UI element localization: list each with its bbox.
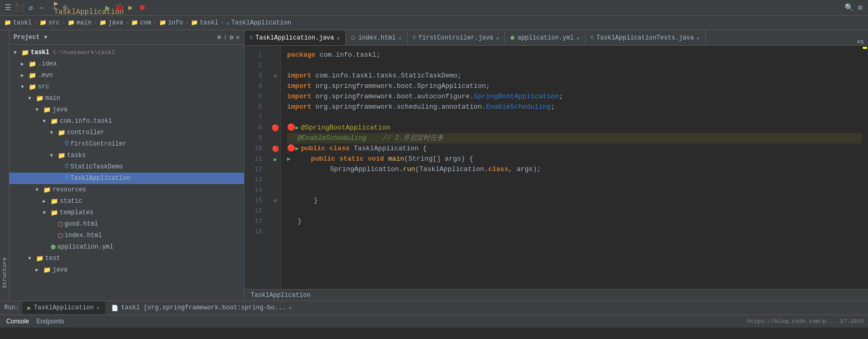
close-panel-icon[interactable]: ✕ xyxy=(236,33,240,42)
arrow-icon: ▼ xyxy=(14,50,20,56)
code-content[interactable]: package com.info.taskl; import com.info.… xyxy=(281,46,862,289)
tree-item-appyaml[interactable]: ⬟ application.yml xyxy=(9,241,244,253)
arrow-icon: ▶ xyxy=(43,198,49,204)
breadcrumb-com[interactable]: 📁 com xyxy=(131,19,151,27)
tree-item-src[interactable]: ▼ 📁 src xyxy=(9,81,244,93)
build-icon[interactable]: ⬛ xyxy=(15,3,24,12)
run-config-icon[interactable]: ▶ TasklApplication xyxy=(84,3,94,12)
tab-close-icon[interactable]: ✕ xyxy=(576,35,580,42)
tree-item-good-html[interactable]: ⬡ good.html xyxy=(9,218,244,230)
tree-item-taskl-root[interactable]: ▼ 📁 taskl C:\huakework\taskl xyxy=(9,47,244,58)
tree-item-static[interactable]: ▶ 📁 static xyxy=(9,195,244,207)
run-tab-close-icon[interactable]: ✕ xyxy=(96,305,100,311)
run-gutter-8[interactable]: 🔴 xyxy=(270,123,280,133)
tree-item-main[interactable]: ▼ 📁 main xyxy=(9,93,244,104)
tree-item-tasklapplication[interactable]: © TasklApplication xyxy=(9,173,244,184)
run-tab-tasklapplication[interactable]: ▶ TasklApplication ✕ xyxy=(22,302,105,314)
code-line-15: } xyxy=(287,195,862,206)
tree-item-templates[interactable]: ▼ 📁 templates xyxy=(9,207,244,218)
java-file-icon: ☕ xyxy=(226,19,230,26)
settings-action-icon[interactable]: ⚙ xyxy=(229,33,234,42)
tab-close-icon[interactable]: ✕ xyxy=(496,35,500,42)
arrow-icon: ▼ xyxy=(28,96,34,101)
tab-firstcontroller-java[interactable]: © firstController.java ✕ xyxy=(408,31,506,45)
console-button[interactable]: Console xyxy=(4,318,31,325)
structure-tab[interactable]: Structure xyxy=(1,255,9,290)
run-tab-taskl-spring[interactable]: 📄 taskl [org.springframework.boot:spring… xyxy=(106,302,297,314)
code-line-17: } xyxy=(287,216,862,227)
search-everywhere-icon[interactable]: 🔍 xyxy=(844,3,853,12)
tree-item-resources[interactable]: ▼ 📁 resources xyxy=(9,184,244,195)
run-gutter-10[interactable]: 🔴 xyxy=(270,144,280,154)
tab-close-icon[interactable]: ✕ xyxy=(336,35,340,42)
folder-icon: 📁 xyxy=(43,186,51,194)
settings-icon[interactable]: ⚙ xyxy=(856,3,865,12)
run-icon-bar: Run: xyxy=(2,304,21,311)
folder-icon: 📁 xyxy=(50,118,58,125)
menu-icon[interactable]: ☰ xyxy=(3,3,12,12)
back-icon[interactable]: ← xyxy=(37,3,47,12)
tree-item-java[interactable]: ▼ 📁 java xyxy=(9,104,244,115)
tree-item-com-info-taskl[interactable]: ▼ 📁 com.info.taskl xyxy=(9,115,244,127)
tab-tasklapptests-java[interactable]: © TasklApplicationTests.java ✕ xyxy=(586,31,706,45)
coverage-icon[interactable]: ▶ xyxy=(126,3,135,12)
breadcrumb-taskl2[interactable]: 📁 taskl xyxy=(191,19,218,27)
gutter: ⊖ 🔴 🔴 ▶ ⊖ xyxy=(270,46,281,289)
editor-area: © TasklApplication.java ✕ ⬡ index.html ✕… xyxy=(244,30,868,301)
tree-item-test[interactable]: ▼ 📁 test xyxy=(9,253,244,264)
folder-icon: 📁 xyxy=(68,19,75,26)
breadcrumb-tasklapp[interactable]: ☕ TasklApplication xyxy=(226,19,291,27)
tree-item-statictaskdemo[interactable]: © StaticTaskDemo xyxy=(9,161,244,173)
arrow-icon: ▼ xyxy=(43,119,49,124)
folder-icon: 📁 xyxy=(21,49,29,57)
tree-item-test-java[interactable]: ▶ 📁 java xyxy=(9,264,244,276)
breadcrumb-main[interactable]: 📁 main xyxy=(68,19,92,27)
run-gutter-11[interactable]: ▶ xyxy=(270,154,280,164)
breadcrumb-taskl[interactable]: 📁 taskl xyxy=(4,19,32,27)
scroll-marker xyxy=(863,47,867,49)
tree-item-idea[interactable]: ▶ 📁 .idea xyxy=(9,58,244,70)
bottom-tools: Console Endpoints https://blog.csdn.com/… xyxy=(0,315,868,328)
run-tab-close-icon2[interactable]: ✕ xyxy=(289,305,292,311)
tree-item-index-html[interactable]: ⬡ index.html xyxy=(9,230,244,241)
folder-icon: 📁 xyxy=(4,19,11,26)
folder-icon: 📁 xyxy=(58,152,66,160)
arrow-icon: ▼ xyxy=(50,153,56,159)
tab-close-icon[interactable]: ✕ xyxy=(398,35,402,42)
folder-icon: 📁 xyxy=(99,19,107,26)
right-scrollbar[interactable] xyxy=(862,46,868,289)
tab-tasklapplication-java[interactable]: © TasklApplication.java ✕ xyxy=(244,31,346,45)
tree-item-controller[interactable]: ▼ 📁 controller xyxy=(9,127,244,138)
code-line-10: 🔴▶public class TasklApplication { xyxy=(287,144,862,154)
arrow-icon: ▼ xyxy=(21,84,27,90)
arrow-icon: ▼ xyxy=(35,107,42,113)
stop-icon[interactable]: ⏹ xyxy=(137,3,147,12)
breadcrumb-java[interactable]: 📁 java xyxy=(99,19,123,27)
tabs-overflow[interactable]: ≡5 xyxy=(853,39,868,45)
project-tree: ▼ 📁 taskl C:\huakework\taskl ▶ 📁 .idea ▶… xyxy=(9,45,244,301)
run-icon[interactable]: ▶ xyxy=(103,3,112,12)
breadcrumb-src[interactable]: 📁 src xyxy=(40,19,60,27)
tree-item-firstcontroller[interactable]: © firstController xyxy=(9,138,244,150)
code-line-16 xyxy=(287,206,862,216)
tab-appyaml[interactable]: ⬟ application.yml ✕ xyxy=(505,31,586,45)
breadcrumb-info[interactable]: 📁 info xyxy=(159,19,183,27)
arrow-icon: ▶ xyxy=(21,61,27,67)
sync-icon[interactable]: ↺ xyxy=(26,3,35,12)
panel-actions: ⊕ ↕ ⚙ ✕ xyxy=(217,33,240,42)
folder-icon: 📁 xyxy=(131,19,138,26)
tree-item-tasks[interactable]: ▼ 📁 tasks xyxy=(9,150,244,161)
folder-icon: 📁 xyxy=(40,19,47,26)
sort-action-icon[interactable]: ↕ xyxy=(224,33,228,42)
code-line-2 xyxy=(287,60,862,71)
editor-tabs: © TasklApplication.java ✕ ⬡ index.html ✕… xyxy=(244,30,868,46)
java-icon: © xyxy=(413,35,416,41)
arrow-icon: ▶ xyxy=(21,72,27,79)
debug-icon[interactable]: 🐞 xyxy=(114,3,124,12)
tab-close-icon[interactable]: ✕ xyxy=(696,35,700,42)
tab-index-html[interactable]: ⬡ index.html ✕ xyxy=(346,31,408,45)
arrow-icon: ▼ xyxy=(35,187,42,193)
endpoints-button[interactable]: Endpoints xyxy=(34,318,66,325)
add-action-icon[interactable]: ⊕ xyxy=(217,33,222,42)
tree-item-mvn[interactable]: ▶ 📁 .mvn xyxy=(9,70,244,81)
